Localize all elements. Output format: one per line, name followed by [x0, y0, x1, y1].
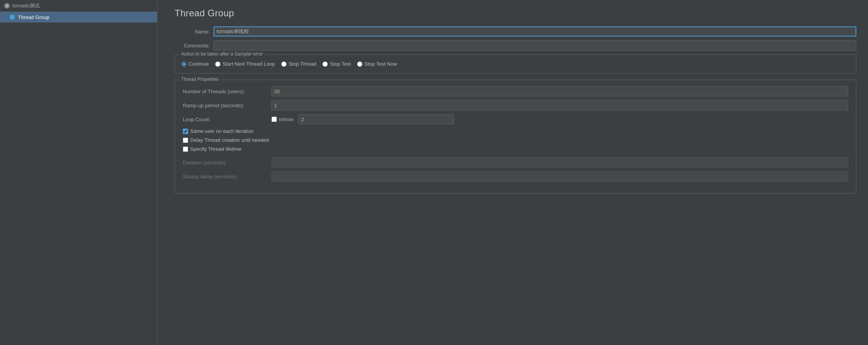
thread-properties-legend: Thread Properties	[179, 77, 221, 82]
duration-input[interactable]	[271, 157, 848, 167]
loop-count-row: Loop Count: Infinite	[183, 114, 848, 124]
infinite-checkbox[interactable]	[271, 117, 277, 122]
radio-stop-thread[interactable]	[281, 61, 287, 67]
specify-lifetime-checkbox[interactable]	[183, 146, 188, 152]
radio-start-next[interactable]	[215, 61, 220, 67]
app-icon: T	[4, 3, 10, 9]
num-threads-label: Number of Threads (users):	[183, 89, 268, 94]
svg-text:T: T	[6, 4, 8, 8]
radio-stop-test-now-label: Stop Test Now	[364, 61, 397, 67]
delay-thread-checkbox[interactable]	[183, 138, 188, 143]
sidebar-item-parent[interactable]: T tornado测试	[0, 0, 157, 12]
same-user-label: Same user on each iteration	[190, 128, 254, 134]
sampler-error-legend: Action to be taken after a Sampler error	[179, 51, 265, 57]
option-continue[interactable]: Continue	[181, 61, 209, 67]
radio-continue-label: Continue	[189, 61, 209, 67]
sidebar-selected-label: Thread Group	[18, 14, 49, 20]
ramp-up-row: Ramp-up period (seconds):	[183, 100, 848, 110]
sidebar-item-thread-group[interactable]: Thread Group	[0, 12, 157, 23]
main-panel: Thread Group Name: Comments: Action to b…	[163, 0, 868, 345]
loop-count-label: Loop Count:	[183, 117, 268, 122]
radio-stop-test-now[interactable]	[357, 61, 362, 67]
num-threads-input[interactable]	[271, 86, 848, 96]
name-row: Name:	[175, 26, 856, 37]
duration-label: Duration (seconds):	[183, 160, 268, 166]
option-start-next[interactable]: Start Next Thread Loop	[215, 61, 275, 67]
comments-input[interactable]	[214, 40, 856, 51]
radio-start-next-label: Start Next Thread Loop	[222, 61, 275, 67]
page-title: Thread Group	[175, 8, 856, 19]
startup-delay-row: Startup delay (seconds):	[183, 171, 848, 181]
name-input[interactable]	[214, 26, 856, 37]
duration-row: Duration (seconds):	[183, 157, 848, 167]
loop-count-input[interactable]	[298, 114, 454, 124]
startup-delay-label: Startup delay (seconds):	[183, 174, 268, 179]
ramp-up-input[interactable]	[271, 100, 848, 110]
specify-lifetime-label: Specify Thread lifetime	[190, 146, 242, 152]
option-stop-test-now[interactable]: Stop Test Now	[357, 61, 397, 67]
sidebar-parent-label: tornado测试	[12, 2, 40, 9]
infinite-checkbox-container[interactable]: Infinite	[271, 117, 294, 122]
sampler-error-section: Action to be taken after a Sampler error…	[175, 54, 856, 73]
radio-stop-test[interactable]	[322, 61, 328, 67]
same-user-checkbox-container[interactable]: Same user on each iteration	[183, 128, 848, 134]
same-user-checkbox[interactable]	[183, 129, 188, 134]
num-threads-row: Number of Threads (users):	[183, 86, 848, 96]
specify-lifetime-checkbox-container[interactable]: Specify Thread lifetime	[183, 146, 848, 152]
comments-label: Comments:	[175, 43, 210, 49]
radio-continue[interactable]	[181, 61, 187, 67]
startup-delay-input[interactable]	[271, 171, 848, 181]
radio-stop-thread-label: Stop Thread	[289, 61, 316, 67]
option-stop-thread[interactable]: Stop Thread	[281, 61, 316, 67]
ramp-up-label: Ramp-up period (seconds):	[183, 103, 268, 108]
radio-stop-test-label: Stop Test	[330, 61, 351, 67]
sidebar: T tornado测试 Thread Group	[0, 0, 158, 345]
action-radio-group: Continue Start Next Thread Loop Stop Thr…	[181, 59, 850, 67]
gear-icon	[9, 14, 16, 20]
delay-thread-label: Delay Thread creation until needed	[190, 137, 269, 143]
option-stop-test[interactable]: Stop Test	[322, 61, 351, 67]
name-label: Name:	[175, 29, 210, 35]
thread-properties-section: Thread Properties Number of Threads (use…	[175, 80, 856, 193]
infinite-label: Infinite	[279, 117, 294, 122]
delay-thread-checkbox-container[interactable]: Delay Thread creation until needed	[183, 137, 848, 143]
comments-row: Comments:	[175, 40, 856, 51]
